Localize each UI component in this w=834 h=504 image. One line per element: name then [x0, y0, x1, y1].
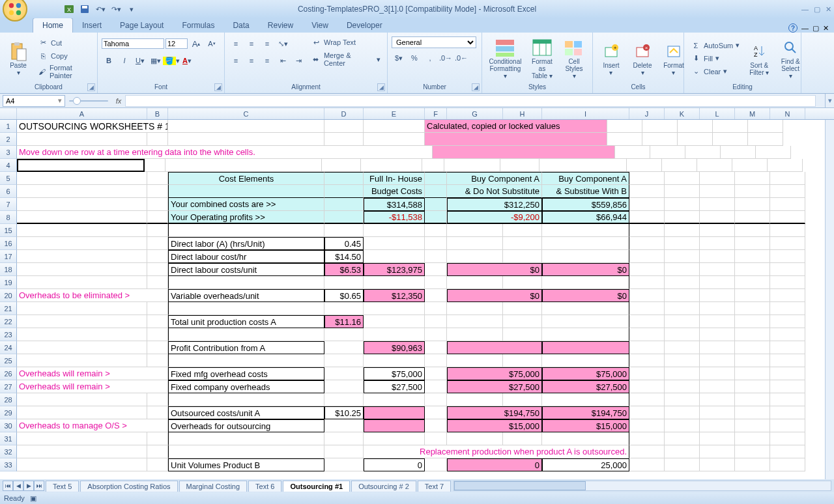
cell[interactable]	[168, 445, 324, 458]
cell[interactable]: $15,000	[542, 419, 629, 432]
cell[interactable]	[665, 237, 700, 250]
cell[interactable]	[147, 237, 168, 250]
italic-button[interactable]: I	[117, 53, 132, 68]
cell[interactable]	[735, 432, 770, 445]
cell[interactable]	[425, 250, 447, 263]
autosum-button[interactable]: ΣAutoSum ▾	[688, 40, 742, 51]
cell[interactable]	[735, 185, 770, 198]
cell[interactable]	[770, 367, 805, 380]
cell[interactable]: $27,500	[364, 380, 425, 393]
cell[interactable]	[168, 120, 324, 133]
merge-center-button[interactable]: ⬌Merge & Center ▾	[308, 51, 383, 68]
cell[interactable]	[665, 419, 700, 432]
cell[interactable]: $314,588	[364, 198, 425, 211]
cell[interactable]	[665, 224, 700, 237]
cell[interactable]: & Do Not Substitute	[447, 185, 542, 198]
cell[interactable]	[147, 133, 168, 146]
cell[interactable]: Buy Component A	[542, 172, 629, 185]
cell[interactable]	[425, 263, 447, 276]
insert-button[interactable]: +Insert▾	[597, 34, 626, 83]
border-button[interactable]: ▦▾	[149, 53, 163, 68]
cell[interactable]	[542, 354, 629, 367]
font-launcher-icon[interactable]: ◢	[214, 83, 222, 91]
cell[interactable]: $194,750	[447, 406, 542, 419]
qat-customize-icon[interactable]: ▾	[125, 3, 138, 16]
cell[interactable]: Your combined costs are >>	[168, 198, 324, 211]
row-header[interactable]: 19	[0, 276, 17, 289]
number-format-select[interactable]: General	[392, 36, 476, 48]
cell[interactable]: Calculated, copied or locked values	[425, 120, 607, 133]
cell[interactable]	[324, 380, 364, 393]
format-painter-button[interactable]: 🖌Format Painter	[35, 63, 93, 80]
decrease-decimal-icon[interactable]: .0←	[454, 51, 468, 65]
cell[interactable]	[542, 302, 629, 315]
cell[interactable]	[665, 341, 700, 354]
cell[interactable]	[665, 185, 700, 198]
cell[interactable]	[770, 198, 805, 211]
mdi-close-icon[interactable]: ✕	[823, 24, 829, 33]
row-header[interactable]: 5	[0, 172, 17, 185]
comma-format-icon[interactable]: ,	[423, 51, 437, 65]
cell[interactable]	[629, 250, 665, 263]
cell[interactable]	[629, 172, 665, 185]
row-header[interactable]: 17	[0, 250, 17, 263]
row-header[interactable]: 16	[0, 237, 17, 250]
sheet-tab[interactable]: Absorption Costing Ratios	[80, 481, 177, 492]
cell[interactable]	[629, 185, 665, 198]
cell[interactable]	[422, 159, 444, 172]
row-header[interactable]: 26	[0, 367, 17, 380]
cell[interactable]	[629, 367, 665, 380]
cell[interactable]: $75,000	[447, 367, 542, 380]
cell[interactable]	[629, 198, 665, 211]
tab-developer[interactable]: Developer	[338, 18, 392, 33]
cell[interactable]	[447, 328, 503, 341]
cell[interactable]	[147, 354, 168, 367]
cell[interactable]	[697, 159, 732, 172]
cell[interactable]	[447, 393, 503, 406]
cell[interactable]	[17, 406, 147, 419]
align-center-icon[interactable]: ≡	[244, 53, 259, 68]
cell[interactable]	[770, 211, 805, 224]
accounting-format-icon[interactable]: $▾	[392, 51, 406, 65]
cell[interactable]	[425, 224, 447, 237]
cell[interactable]	[324, 445, 364, 458]
cell[interactable]	[364, 120, 425, 133]
cell[interactable]	[542, 315, 629, 328]
cell[interactable]: Overheads will remain >	[17, 367, 168, 380]
cell[interactable]: Fixed mfg overhead costs	[168, 367, 324, 380]
cell[interactable]	[735, 341, 770, 354]
cell[interactable]	[17, 211, 147, 224]
cell[interactable]	[324, 354, 364, 367]
percent-format-icon[interactable]: %	[407, 51, 422, 65]
cell[interactable]: $0	[542, 263, 629, 276]
grow-font-icon[interactable]: A▴	[189, 36, 203, 51]
cell[interactable]	[168, 328, 324, 341]
cell[interactable]	[447, 224, 503, 237]
cell[interactable]	[147, 224, 168, 237]
cell[interactable]	[447, 354, 503, 367]
cell[interactable]	[503, 237, 542, 250]
cell[interactable]	[361, 159, 422, 172]
row-header[interactable]: 24	[0, 341, 17, 354]
formula-input[interactable]	[125, 95, 816, 107]
cell[interactable]	[735, 250, 770, 263]
cell[interactable]	[735, 445, 770, 458]
cell[interactable]	[700, 393, 735, 406]
cell[interactable]	[17, 198, 147, 211]
cell[interactable]	[147, 198, 168, 211]
sheet-tab[interactable]: Text 5	[46, 481, 79, 492]
row-header[interactable]: 4	[0, 159, 17, 172]
cell[interactable]: $10.25	[324, 406, 364, 419]
cell[interactable]	[700, 250, 735, 263]
cell[interactable]	[147, 328, 168, 341]
row-header[interactable]: 1	[0, 120, 17, 133]
cell[interactable]	[542, 393, 629, 406]
cell[interactable]	[503, 276, 542, 289]
cell[interactable]	[700, 458, 735, 471]
cell[interactable]	[629, 315, 665, 328]
cell[interactable]	[629, 406, 665, 419]
col-header[interactable]: I	[542, 108, 629, 119]
cell[interactable]	[425, 315, 447, 328]
cell[interactable]	[503, 328, 542, 341]
cell[interactable]	[770, 341, 805, 354]
